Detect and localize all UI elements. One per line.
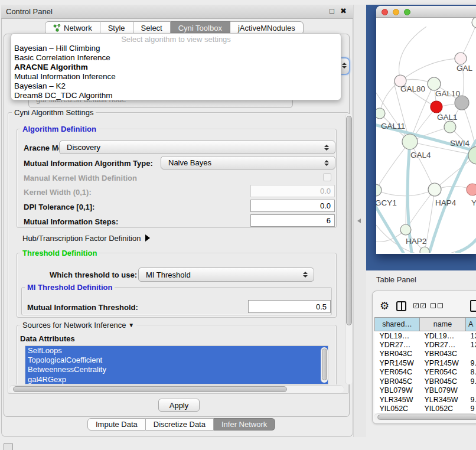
kernel-width-field[interactable]: 0.0	[250, 185, 335, 197]
aracne-mode-combobox[interactable]: Discovery	[59, 141, 335, 154]
table-row[interactable]: YBR045C YBR045C 9.	[375, 377, 476, 386]
column-header-shared-name[interactable]: shared…	[375, 318, 420, 331]
hub-definition-toggle[interactable]: Hub/Transcription Factor Definition	[22, 233, 150, 243]
control-panel-title: Control Panel	[6, 7, 53, 16]
network-canvas[interactable]: GAL GAL80 GAL10 GAL1 GAL11 SWI4 GAL4 GCY…	[376, 18, 476, 253]
sources-group-title[interactable]: Sources for Network Inference ▼	[20, 321, 136, 330]
node-swi4[interactable]	[444, 121, 456, 133]
node-labels: GAL GAL80 GAL10 GAL1 GAL11 SWI4 GAL4 GCY…	[376, 64, 476, 246]
node-label: GAL80	[400, 84, 425, 93]
tab-infer-network[interactable]: Infer Network	[214, 418, 275, 431]
table-row[interactable]: YLR345W YLR345W 9.	[375, 395, 476, 405]
node-bottom-partial[interactable]	[420, 247, 429, 253]
checked-box-icon: ✓	[420, 303, 426, 308]
node-gal10[interactable]	[428, 77, 441, 90]
table-row[interactable]: YBR043C YBR043C	[375, 350, 476, 359]
node-salmon[interactable]	[467, 184, 476, 195]
cytoscape-screen: Control Panel □ ✖ Network Style Select C…	[0, 0, 476, 450]
divider-collapse-arrow[interactable]	[357, 219, 361, 223]
algorithm-option[interactable]: Mutual Information Inference	[11, 72, 341, 81]
settings-vertical-scrollbar[interactable]	[345, 114, 353, 384]
close-window-icon[interactable]: ✖	[340, 6, 347, 16]
table-row[interactable]: YER054C YER054C 8.	[375, 368, 476, 377]
table-row[interactable]: YPR145W YPR145W 9.	[375, 358, 476, 368]
algorithm-option-selected[interactable]: ARACNE Algorithm	[11, 63, 341, 72]
table-row[interactable]: YBL079W YBL079W	[375, 386, 476, 396]
settings-vscroll-thumb[interactable]	[346, 116, 352, 325]
mi-threshold-field[interactable]: 0.5	[248, 300, 331, 313]
algorithm-option[interactable]: Bayesian – Hill Climbing	[11, 44, 341, 53]
which-threshold-combobox[interactable]: MI Threshold	[138, 268, 314, 282]
attribute-item[interactable]: TopologicalCoefficient	[25, 356, 328, 365]
threshold-definition-title: Threshold Definition	[20, 249, 99, 257]
cell: 13	[466, 331, 476, 341]
node-hap4[interactable]	[428, 183, 441, 196]
node-label: GCY1	[376, 198, 397, 207]
attribute-item[interactable]: SelfLoops	[25, 346, 328, 356]
tab-infer-network-label: Infer Network	[221, 420, 267, 429]
deselect-all-checks-icon[interactable]	[431, 303, 443, 308]
which-threshold-value: MI Threshold	[139, 270, 301, 279]
minimize-traffic-light[interactable]	[393, 9, 399, 15]
node-gal11[interactable]	[376, 108, 385, 119]
manual-kernel-checkbox[interactable]	[323, 173, 331, 181]
tab-style-label: Style	[108, 24, 125, 32]
column-header-partial[interactable]: A	[466, 318, 476, 331]
table-header-row: shared… name A	[375, 318, 476, 331]
gear-icon[interactable]: ⚙	[380, 300, 389, 312]
node-selected-red[interactable]	[431, 101, 442, 113]
table-row[interactable]: YDL19… YDL19… 13	[375, 331, 476, 341]
combo-stepper-icon	[322, 160, 331, 166]
node[interactable]	[472, 18, 476, 28]
settings-hscroll-thumb[interactable]	[13, 386, 287, 392]
float-window-icon[interactable]: □	[330, 6, 334, 16]
cell	[466, 386, 476, 396]
attribute-item[interactable]: gal4RGexp	[25, 375, 328, 384]
attributes-scrollbar-thumb[interactable]	[322, 348, 327, 380]
cell: YDL19…	[375, 331, 420, 341]
node-hap2[interactable]	[400, 224, 411, 235]
node-gal-partial[interactable]	[455, 53, 467, 64]
algorithm-option[interactable]: Dream8 DC_TDC Algorithm	[11, 91, 341, 100]
cyni-algorithm-settings-title: Cyni Algorithm Settings	[12, 109, 96, 117]
table-horizontal-scrollbar[interactable]	[374, 413, 476, 420]
manual-kernel-label: Manual Kernel Width Definition	[24, 174, 137, 182]
column-header-name[interactable]: name	[420, 318, 466, 331]
mi-steps-field[interactable]: 6	[250, 214, 335, 227]
settings-horizontal-scrollbar[interactable]	[9, 385, 344, 393]
cell: YLR345W	[375, 395, 420, 405]
data-attributes-list: SelfLoops TopologicalCoefficient Between…	[25, 345, 328, 384]
cell: YER054C	[420, 368, 466, 377]
table-hscroll-thumb[interactable]	[377, 415, 476, 420]
dpi-tolerance-value: 0.0	[320, 201, 331, 210]
node-gal4[interactable]	[402, 134, 418, 149]
cell: YLR345W	[420, 395, 466, 405]
attributes-list-scrollbar[interactable]	[321, 347, 328, 383]
checked-box-icon: ✓	[413, 303, 419, 308]
dpi-tolerance-field[interactable]: 0.0	[250, 200, 335, 212]
sources-title-label: Sources for Network Inference	[22, 321, 126, 330]
algorithm-option[interactable]: Basic Correlation Inference	[11, 53, 341, 63]
network-window-titlebar[interactable]	[376, 6, 476, 18]
close-traffic-light[interactable]	[382, 9, 388, 15]
attribute-item[interactable]: BetweennessCentrality	[25, 365, 328, 374]
table-row[interactable]: YDR27… YDR27… 12	[375, 340, 476, 350]
cell: YBR045C	[420, 377, 466, 386]
select-all-checks-icon[interactable]: ✓ ✓	[413, 303, 426, 308]
node-table: shared… name A YDL19… YDL19… 13 YDR27… Y…	[374, 317, 476, 413]
node-gcy1[interactable]	[376, 184, 382, 196]
export-table-icon[interactable]	[470, 300, 476, 312]
mi-type-combobox[interactable]: Naive Bayes	[161, 156, 335, 169]
combo-stepper-icon	[301, 272, 310, 278]
table-row[interactable]: YIL052C YIL052C 9	[375, 405, 476, 414]
mi-type-value: Naive Bayes	[161, 158, 322, 167]
tab-discretize-data[interactable]: Discretize Data	[146, 418, 214, 431]
tab-impute-data[interactable]: Impute Data	[87, 418, 146, 431]
mi-steps-label: Mutual Information Steps:	[24, 217, 118, 226]
collapsed-panel-icon[interactable]	[4, 443, 13, 450]
apply-button[interactable]: Apply	[158, 399, 200, 412]
unchecked-box-icon	[438, 303, 443, 308]
algorithm-option[interactable]: Bayesian – K2	[11, 81, 341, 91]
zoom-traffic-light[interactable]	[404, 9, 410, 15]
columns-icon[interactable]	[396, 301, 406, 311]
